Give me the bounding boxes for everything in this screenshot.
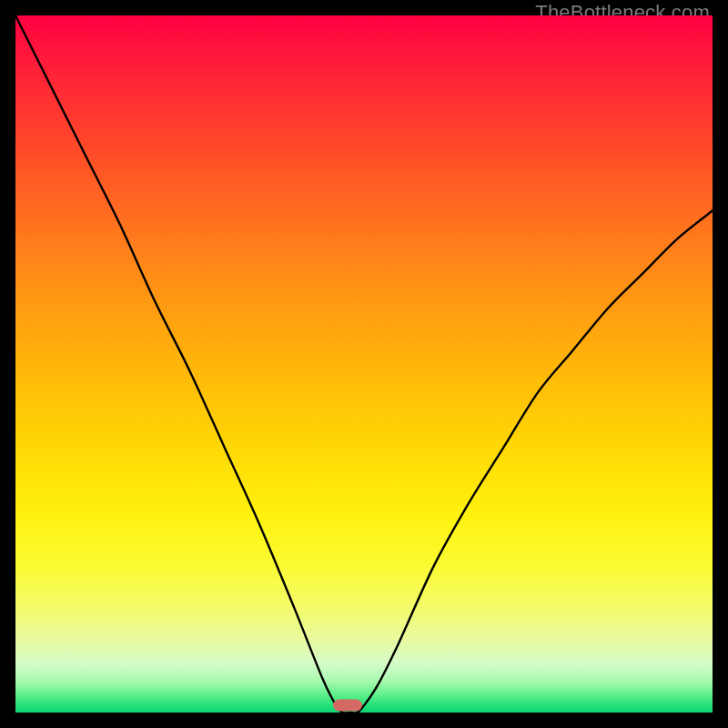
bottleneck-curve (15, 15, 713, 713)
curve-path (15, 15, 713, 713)
optimal-point-marker (333, 700, 362, 712)
plot-area (15, 15, 713, 713)
chart-frame: TheBottleneck.com (0, 0, 728, 728)
